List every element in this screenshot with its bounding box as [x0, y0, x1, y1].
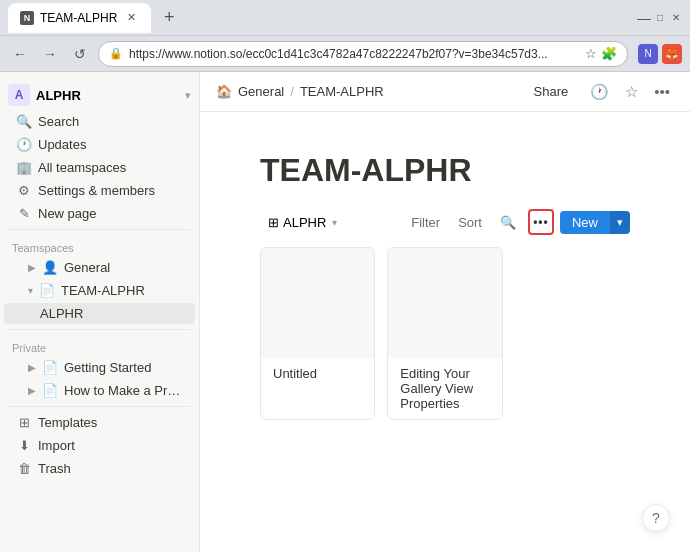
team-alphr-expand-icon: ▾	[28, 285, 33, 296]
minimize-button[interactable]: —	[638, 12, 650, 24]
topbar-actions: Share 🕐 ☆ •••	[524, 79, 674, 105]
lock-icon: 🔒	[109, 47, 123, 60]
team-alphr-page-icon: 📄	[39, 283, 55, 298]
new-page-icon: ✎	[16, 206, 32, 221]
sidebar-general-label: General	[64, 260, 187, 275]
sidebar-team-alphr-label: TEAM-ALPHR	[61, 283, 187, 298]
sidebar-item-getting-started[interactable]: ▶ 📄 Getting Started	[4, 357, 195, 378]
workspace-header[interactable]: A ALPHR ▾	[0, 76, 199, 110]
sidebar-search-label: Search	[38, 114, 187, 129]
getting-started-page-icon: 📄	[42, 360, 58, 375]
db-view-selector[interactable]: ⊞ ALPHR ▾	[260, 212, 345, 233]
address-bar-row: ← → ↺ 🔒 https://www.notion.so/ecc0c1d41c…	[0, 36, 690, 72]
sidebar-how-to-label: How to Make a Progress ...	[64, 383, 187, 398]
back-button[interactable]: ←	[8, 42, 32, 66]
favorite-icon[interactable]: ☆	[621, 79, 642, 105]
address-bar[interactable]: 🔒 https://www.notion.so/ecc0c1d41c3c4782…	[98, 41, 628, 67]
new-tab-button[interactable]: +	[155, 4, 183, 32]
card-1-edit-button[interactable]: ✎	[320, 254, 342, 276]
sidebar-item-how-to[interactable]: ▶ 📄 How to Make a Progress ...	[4, 380, 195, 401]
sidebar-item-team-alphr[interactable]: ▾ 📄 TEAM-ALPHR	[4, 280, 195, 301]
forward-button[interactable]: →	[38, 42, 62, 66]
workspace-name: ALPHR	[36, 88, 179, 103]
db-view-chevron: ▾	[332, 217, 337, 228]
sidebar-item-search[interactable]: 🔍 Search	[4, 111, 195, 132]
getting-started-expand-icon: ▶	[28, 362, 36, 373]
history-icon[interactable]: 🕐	[586, 79, 613, 105]
bookmark-icon[interactable]: ☆	[585, 46, 597, 61]
import-icon: ⬇	[16, 438, 32, 453]
breadcrumb-home-icon: 🏠	[216, 84, 232, 99]
app-layout: A ALPHR ▾ 🔍 Search 🕐 Updates 🏢 All teams…	[0, 72, 690, 552]
breadcrumb-current[interactable]: TEAM-ALPHR	[300, 84, 384, 99]
url-text: https://www.notion.so/ecc0c1d41c3c4782a4…	[129, 47, 579, 61]
main-content: 🏠 General / TEAM-ALPHR Share 🕐 ☆ ••• TEA…	[200, 72, 690, 552]
how-to-expand-icon: ▶	[28, 385, 36, 396]
sidebar-divider-2	[8, 329, 191, 330]
sidebar-item-alphr[interactable]: ALPHR	[4, 303, 195, 324]
sidebar-divider-3	[8, 406, 191, 407]
sidebar: A ALPHR ▾ 🔍 Search 🕐 Updates 🏢 All teams…	[0, 72, 200, 552]
sidebar-settings-label: Settings & members	[38, 183, 187, 198]
new-dropdown-button[interactable]: ▾	[610, 211, 630, 234]
window-controls: — □ ✕	[638, 12, 682, 24]
tab-close-button[interactable]: ✕	[123, 10, 139, 26]
breadcrumb-home[interactable]: General	[238, 84, 284, 99]
workspace-icon: A	[8, 84, 30, 106]
filter-button[interactable]: Filter	[405, 212, 446, 233]
updates-icon: 🕐	[16, 137, 32, 152]
search-db-icon: 🔍	[500, 215, 516, 230]
new-button-group: New ▾	[560, 211, 630, 234]
how-to-page-icon: 📄	[42, 383, 58, 398]
templates-icon: ⊞	[16, 415, 32, 430]
page-title: TEAM-ALPHR	[260, 152, 630, 189]
active-tab[interactable]: N TEAM-ALPHR ✕	[8, 3, 151, 33]
sidebar-item-trash[interactable]: 🗑 Trash	[4, 458, 195, 479]
notion-topbar: 🏠 General / TEAM-ALPHR Share 🕐 ☆ •••	[200, 72, 690, 112]
help-icon: ?	[652, 510, 660, 526]
help-button[interactable]: ?	[642, 504, 670, 532]
sort-button[interactable]: Sort	[452, 212, 488, 233]
card-1-more-button[interactable]: •••	[346, 254, 368, 276]
sidebar-item-settings[interactable]: ⚙ Settings & members	[4, 180, 195, 201]
sidebar-trash-label: Trash	[38, 461, 187, 476]
more-options-icon[interactable]: •••	[650, 79, 674, 104]
db-more-button[interactable]: •••	[528, 209, 554, 235]
sidebar-item-all-teamspaces[interactable]: 🏢 All teamspaces	[4, 157, 195, 178]
trash-icon: 🗑	[16, 461, 32, 476]
page-content: TEAM-ALPHR ⊞ ALPHR ▾ Filter Sort 🔍 •••	[200, 112, 690, 552]
db-view-name: ALPHR	[283, 215, 326, 230]
gallery-card-2[interactable]: Editing Your Gallery View Properties	[387, 247, 502, 420]
search-icon: 🔍	[16, 114, 32, 129]
gallery-card-1-title: Untitled	[261, 358, 374, 389]
db-view-icon: ⊞	[268, 215, 279, 230]
sidebar-item-new-page[interactable]: ✎ New page	[4, 203, 195, 224]
search-db-button[interactable]: 🔍	[494, 212, 522, 233]
sidebar-item-general[interactable]: ▶ 👤 General	[4, 257, 195, 278]
share-button[interactable]: Share	[524, 80, 579, 103]
sidebar-updates-label: Updates	[38, 137, 187, 152]
breadcrumb-separator: /	[290, 84, 294, 99]
breadcrumb: 🏠 General / TEAM-ALPHR	[216, 84, 516, 99]
sidebar-item-import[interactable]: ⬇ Import	[4, 435, 195, 456]
new-main-button[interactable]: New	[560, 211, 610, 234]
sidebar-all-teamspaces-label: All teamspaces	[38, 160, 187, 175]
db-more-dots-icon: •••	[533, 215, 549, 229]
extensions-icon[interactable]: 🧩	[601, 46, 617, 61]
ext-icon-2[interactable]: 🦊	[662, 44, 682, 64]
teamspaces-icon: 🏢	[16, 160, 32, 175]
ext-icon-1[interactable]: N	[638, 44, 658, 64]
gallery-grid: ✎ ••• Untitled Editing Your Gallery View…	[260, 247, 630, 420]
sidebar-item-updates[interactable]: 🕐 Updates	[4, 134, 195, 155]
gallery-card-1[interactable]: ✎ ••• Untitled	[260, 247, 375, 420]
gallery-card-2-image	[388, 248, 501, 358]
db-toolbar: ⊞ ALPHR ▾ Filter Sort 🔍 ••• New ▾	[260, 209, 630, 235]
tab-bar: N TEAM-ALPHR ✕ +	[8, 3, 634, 33]
tab-favicon: N	[20, 11, 34, 25]
reload-button[interactable]: ↺	[68, 42, 92, 66]
close-button[interactable]: ✕	[670, 12, 682, 24]
sidebar-divider-1	[8, 229, 191, 230]
sidebar-item-templates[interactable]: ⊞ Templates	[4, 412, 195, 433]
sidebar-new-page-label: New page	[38, 206, 187, 221]
maximize-button[interactable]: □	[654, 12, 666, 24]
